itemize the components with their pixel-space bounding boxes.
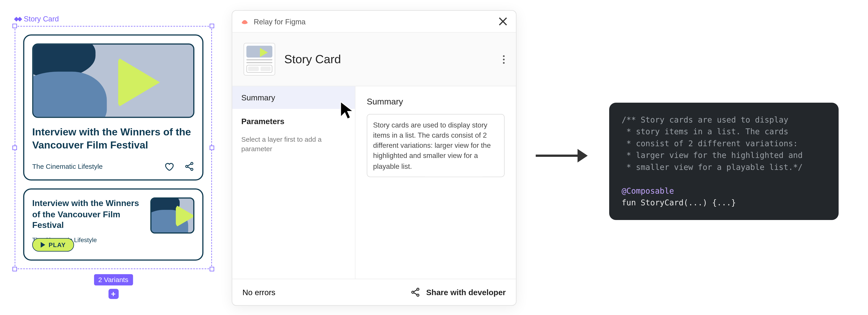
share-icon — [410, 287, 421, 298]
cursor-icon — [339, 100, 356, 119]
parameters-help-text: Select a layer first to add a parameter — [232, 133, 355, 163]
code-doc-line: * consist of 2 different variations: — [622, 139, 798, 148]
resize-handle[interactable] — [12, 267, 17, 272]
play-icon — [41, 242, 45, 248]
svg-point-2 — [191, 168, 193, 170]
thumbnail — [150, 198, 194, 234]
component-label-text: Story Card — [24, 15, 59, 23]
share-label: Share with developer — [426, 288, 506, 297]
play-icon — [118, 58, 160, 107]
code-annotation: @Composable — [622, 186, 674, 195]
relay-logo-icon — [240, 17, 249, 26]
summary-textarea[interactable] — [367, 114, 505, 177]
tab-summary[interactable]: Summary — [232, 86, 355, 109]
play-button[interactable]: PLAY — [32, 238, 74, 252]
share-icon[interactable] — [184, 161, 194, 172]
card-title: Interview with the Winners of the Vancou… — [32, 198, 144, 231]
svg-point-4 — [412, 291, 414, 293]
svg-point-1 — [186, 165, 188, 168]
story-card-large[interactable]: Interview with the Winners of the Vancou… — [23, 35, 204, 181]
play-icon — [176, 205, 194, 227]
resize-handle[interactable] — [210, 145, 214, 150]
resize-handle[interactable] — [210, 267, 214, 272]
code-doc-line: * story items in a list. The cards — [622, 127, 788, 136]
variants-badge: 2 Variants — [94, 274, 133, 285]
relay-panel: Relay for Figma Story Card Summary Param… — [232, 10, 517, 306]
share-with-developer-button[interactable]: Share with developer — [410, 287, 506, 298]
panel-title: Story Card — [284, 53, 494, 66]
component-label: Story Card — [15, 15, 59, 23]
story-card-small[interactable]: Interview with the Winners of the Vancou… — [23, 188, 204, 260]
component-thumbnail — [244, 43, 275, 76]
play-label: PLAY — [49, 241, 66, 248]
component-selection-frame[interactable]: Interview with the Winners of the Vancou… — [15, 26, 212, 269]
component-icon — [15, 15, 22, 22]
panel-brand: Relay for Figma — [240, 17, 306, 26]
main-heading: Summary — [367, 97, 505, 106]
code-preview: /** Story cards are used to display * st… — [609, 103, 839, 220]
svg-point-3 — [417, 288, 419, 290]
close-button[interactable] — [498, 16, 508, 27]
code-fn: fun StoryCard(...) {...} — [622, 198, 736, 207]
tab-parameters[interactable]: Parameters — [232, 109, 355, 133]
resize-handle[interactable] — [210, 24, 214, 28]
add-variant-button[interactable]: + — [108, 289, 119, 299]
code-doc-line: * smaller view for a playable list.*/ — [622, 163, 803, 172]
arrow-icon — [536, 149, 588, 163]
sidebar: Summary Parameters Select a layer first … — [232, 86, 355, 279]
svg-point-0 — [191, 163, 193, 165]
svg-point-5 — [417, 294, 419, 296]
resize-handle[interactable] — [12, 24, 17, 28]
status-text: No errors — [243, 288, 276, 297]
hero-image — [32, 43, 195, 118]
code-doc-line: * larger view for the highlighted and — [622, 151, 803, 160]
more-menu-button[interactable] — [503, 55, 505, 64]
panel-brand-text: Relay for Figma — [254, 17, 306, 26]
resize-handle[interactable] — [12, 145, 17, 150]
card-subtitle: The Cinematic Lifestyle — [32, 163, 103, 170]
code-doc-line: /** Story cards are used to display — [622, 115, 788, 124]
card-title: Interview with the Winners of the Vancou… — [32, 126, 195, 151]
heart-icon[interactable] — [164, 161, 174, 172]
